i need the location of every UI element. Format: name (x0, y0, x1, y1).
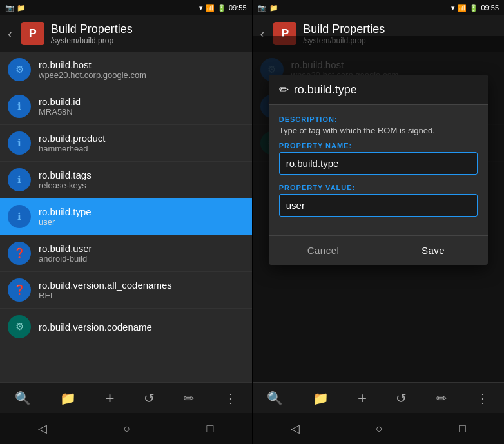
battery-icon-right: 🔋 (469, 4, 478, 12)
item-text: ro.build.tags release-keys (39, 169, 92, 190)
pencil-icon: ✏ (279, 82, 289, 97)
item-value: hammerhead (39, 144, 105, 153)
refresh-button[interactable]: ↺ (139, 385, 160, 411)
add-button-right[interactable]: + (353, 384, 372, 412)
recent-nav-left[interactable]: □ (191, 417, 229, 441)
more-button-right[interactable]: ⋮ (471, 385, 494, 411)
search-button-right[interactable]: 🔍 (262, 385, 288, 411)
item-value: MRA58N (39, 107, 81, 117)
item-icon: ⚙ (8, 315, 31, 338)
item-key: ro.build.product (39, 133, 105, 144)
item-text: ro.build.id MRA58N (39, 96, 81, 117)
item-key: ro.build.type (39, 206, 92, 217)
nav-bar-right: ◁ ○ □ (253, 413, 505, 444)
list-item-selected[interactable]: ℹ ro.build.type user (0, 198, 252, 235)
right-panel: 📷 📁 ▾ 📶 🔋 09:55 ‹ P Build Properties /sy… (253, 0, 505, 444)
bottom-toolbar-right: 🔍 📁 + ↺ ✏ ⋮ (253, 382, 505, 413)
save-button[interactable]: Save (378, 236, 488, 265)
item-icon: ℹ (8, 95, 31, 118)
list-item[interactable]: ⚙ ro.build.version.codename (0, 309, 252, 345)
item-icon: ℹ (8, 168, 31, 191)
item-key: ro.build.version.codename (39, 322, 152, 333)
wifi-icon: ▾ (199, 4, 203, 12)
wifi-icon-right: ▾ (451, 4, 455, 12)
item-key: ro.build.version.all_codenames (39, 280, 172, 291)
item-text: ro.build.type user (39, 206, 92, 227)
signal-icon-right: 📶 (458, 4, 467, 12)
app-header-left: Build Properties /system/build.prop (51, 23, 133, 45)
dialog-title-bar: ✏ ro.build.type (269, 75, 488, 105)
bottom-toolbar-left: 🔍 📁 + ↺ ✏ ⋮ (0, 382, 252, 413)
add-button[interactable]: + (101, 384, 120, 412)
dialog-overlay: ✏ ro.build.type DESCRIPTION: Type of tag… (253, 36, 505, 382)
status-bar-right: 📷 📁 ▾ 📶 🔋 09:55 (253, 0, 505, 15)
list-item[interactable]: ℹ ro.build.id MRA58N (0, 88, 252, 125)
item-value: REL (39, 291, 172, 300)
status-left-icons-right: 📷 📁 (258, 4, 278, 12)
status-left-icons: 📷 📁 (5, 4, 26, 12)
edit-button-right[interactable]: ✏ (431, 385, 452, 411)
item-icon: ⚙ (8, 58, 31, 81)
dialog-actions: Cancel Save (269, 235, 488, 265)
property-name-input[interactable] (279, 152, 478, 175)
item-text: ro.build.product hammerhead (39, 133, 105, 153)
list-item[interactable]: ❓ ro.build.user android-build (0, 235, 252, 272)
battery-icon: 🔋 (217, 4, 226, 12)
nav-bar-left: ◁ ○ □ (0, 413, 252, 444)
camera-icon-right: 📷 (258, 4, 267, 12)
item-icon: ❓ (8, 242, 31, 265)
back-button-left[interactable]: ‹ (8, 26, 12, 41)
more-button[interactable]: ⋮ (219, 385, 242, 411)
refresh-button-right[interactable]: ↺ (391, 385, 412, 411)
item-icon: ℹ (8, 205, 31, 228)
app-title-right: Build Properties (303, 23, 385, 36)
recent-nav-right[interactable]: □ (443, 417, 481, 441)
edit-dialog: ✏ ro.build.type DESCRIPTION: Type of tag… (269, 75, 488, 265)
item-key: ro.build.id (39, 96, 81, 107)
list-item[interactable]: ❓ ro.build.version.all_codenames REL (0, 272, 252, 309)
property-list-left[interactable]: ⚙ ro.build.host wpee20.hot.corp.google.c… (0, 52, 252, 382)
search-button[interactable]: 🔍 (10, 385, 36, 411)
item-value: release-keys (39, 180, 92, 190)
app-icon-left: P (21, 22, 44, 45)
status-right-icons-right: ▾ 📶 🔋 09:55 (451, 4, 499, 12)
folder-button-right[interactable]: 📁 (307, 385, 334, 411)
item-key: ro.build.user (39, 243, 92, 254)
dialog-body: DESCRIPTION: Type of tag with which the … (269, 105, 488, 227)
item-text: ro.build.version.codename (39, 322, 152, 333)
item-text: ro.build.host wpee20.hot.corp.google.com (39, 59, 146, 80)
left-panel: 📷 📁 ▾ 📶 🔋 09:55 ‹ P Build Properties /sy… (0, 0, 252, 444)
item-key: ro.build.tags (39, 169, 92, 180)
cancel-button[interactable]: Cancel (269, 236, 378, 265)
item-text: ro.build.version.all_codenames REL (39, 280, 172, 300)
time-right: 09:55 (481, 4, 499, 12)
app-subtitle-left: /system/build.prop (51, 36, 133, 45)
time-left: 09:55 (229, 4, 247, 12)
description-text: Type of tag with which the ROM is signed… (279, 126, 478, 135)
item-key: ro.build.host (39, 59, 146, 70)
folder-button[interactable]: 📁 (55, 385, 81, 411)
camera-icon: 📷 (5, 4, 14, 12)
property-value-label: PROPERTY VALUE: (279, 184, 478, 191)
status-right-icons: ▾ 📶 🔋 09:55 (199, 4, 247, 12)
home-nav-left[interactable]: ○ (108, 417, 146, 441)
item-text: ro.build.user android-build (39, 243, 92, 264)
edit-button[interactable]: ✏ (179, 385, 200, 411)
list-item[interactable]: ℹ ro.build.product hammerhead (0, 125, 252, 162)
item-value: android-build (39, 254, 92, 264)
description-label: DESCRIPTION: (279, 115, 478, 123)
folder-icon: 📁 (17, 4, 26, 12)
home-nav-right[interactable]: ○ (360, 417, 398, 441)
item-value: user (39, 217, 92, 227)
signal-icon: 📶 (206, 4, 215, 12)
item-value: wpee20.hot.corp.google.com (39, 70, 146, 80)
app-title-left: Build Properties (51, 23, 133, 36)
property-value-input[interactable] (279, 194, 478, 217)
list-item[interactable]: ℹ ro.build.tags release-keys (0, 162, 252, 198)
back-nav-left[interactable]: ◁ (23, 416, 63, 441)
item-icon: ℹ (8, 131, 31, 155)
back-nav-right[interactable]: ◁ (275, 416, 315, 441)
folder-icon-right: 📁 (269, 4, 278, 12)
list-item[interactable]: ⚙ ro.build.host wpee20.hot.corp.google.c… (0, 52, 252, 88)
status-bar-left: 📷 📁 ▾ 📶 🔋 09:55 (0, 0, 252, 15)
